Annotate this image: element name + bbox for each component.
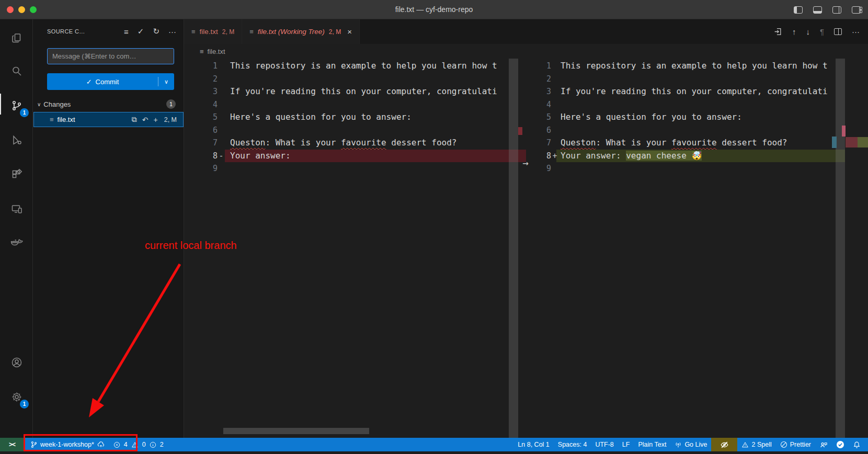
remote-explorer-icon[interactable] bbox=[0, 199, 33, 220]
commit-button[interactable]: ✓ Commit ∨ bbox=[47, 73, 174, 90]
stage-changes-icon[interactable]: + bbox=[154, 116, 158, 124]
window-title: file.txt — cyf-demo-repo bbox=[0, 5, 868, 14]
prettier-button[interactable]: Prettier bbox=[776, 438, 815, 451]
changed-file-name: file.txt bbox=[58, 116, 75, 123]
editor-group: ≡ file.txt 2, M ≡ file.txt (Working Tree… bbox=[184, 19, 868, 438]
changed-file-row[interactable]: ≡ file.txt ⧉ ↶ + 2, M bbox=[33, 112, 184, 127]
file-icon: ≡ bbox=[191, 28, 196, 36]
traffic-lights bbox=[7, 6, 37, 13]
explorer-icon[interactable] bbox=[0, 28, 33, 49]
notifications-button[interactable] bbox=[849, 438, 865, 451]
horizontal-scrollbar[interactable] bbox=[223, 428, 369, 434]
code-line: 2 bbox=[531, 73, 868, 86]
indentation[interactable]: Spaces: 4 bbox=[554, 438, 591, 451]
spell-checker-off-button[interactable] bbox=[711, 438, 737, 451]
changes-section-header[interactable]: ∨ Changes 1 bbox=[33, 97, 184, 111]
broadcast-icon bbox=[675, 441, 682, 448]
code-line: 3If you're reading this on your computer… bbox=[531, 85, 868, 98]
breadcrumb-file: file.txt bbox=[208, 48, 225, 55]
toggle-sidebar-icon[interactable] bbox=[794, 6, 803, 14]
expand-icon: ∨ bbox=[37, 101, 41, 107]
toggle-secondary-sidebar-icon[interactable] bbox=[832, 6, 841, 14]
overview-ruler-mark bbox=[842, 126, 846, 137]
eol-sequence[interactable]: LF bbox=[618, 438, 634, 451]
previous-change-icon[interactable]: ↑ bbox=[792, 27, 796, 36]
warning-icon bbox=[741, 441, 749, 448]
changes-label: Changes bbox=[43, 100, 71, 108]
commit-message-input[interactable] bbox=[47, 48, 174, 64]
check-icon: ✓ bbox=[86, 78, 92, 86]
toggle-panel-icon[interactable] bbox=[813, 6, 822, 14]
code-line: 9 bbox=[184, 162, 526, 175]
open-changes-icon[interactable] bbox=[773, 27, 782, 36]
view-as-list-icon[interactable]: ≡ bbox=[124, 27, 129, 36]
right-scrollbar[interactable] bbox=[836, 59, 845, 438]
editor-more-actions-icon[interactable]: ··· bbox=[852, 27, 860, 36]
diff-revert-arrow[interactable]: → bbox=[519, 156, 532, 169]
code-line: 7Queston: What is your favourite dessert… bbox=[184, 137, 526, 150]
zoom-window-button[interactable] bbox=[30, 6, 37, 13]
tab-problems-badge: 2, M bbox=[329, 28, 341, 36]
code-line: 6 bbox=[531, 124, 868, 137]
settings-gear-icon[interactable]: 1 bbox=[0, 387, 33, 407]
chevron-down-icon: ∨ bbox=[164, 78, 168, 85]
diff-modified-pane[interactable]: 1This repository is an example to help y… bbox=[531, 59, 868, 438]
open-file-icon[interactable]: ⧉ bbox=[132, 115, 137, 124]
search-icon[interactable] bbox=[0, 61, 33, 82]
tab-file-txt-working-tree[interactable]: ≡ file.txt (Working Tree) 2, M × bbox=[242, 19, 360, 44]
extensions-icon[interactable] bbox=[0, 164, 33, 185]
overview-ruler-added-mark bbox=[858, 137, 868, 147]
code-line: 4 bbox=[184, 98, 526, 111]
eye-off-icon bbox=[720, 440, 729, 449]
code-line: 5Here's a question for you to answer: bbox=[531, 111, 868, 124]
file-status-badge: 2, M bbox=[164, 116, 177, 123]
tab-file-txt[interactable]: ≡ file.txt 2, M bbox=[184, 19, 242, 44]
code-line: 4 bbox=[531, 98, 868, 111]
status-check-button[interactable] bbox=[832, 438, 849, 451]
scm-changes-badge: 1 bbox=[20, 108, 29, 117]
slash-circle-icon bbox=[780, 441, 787, 448]
annotation-highlight-box bbox=[24, 434, 138, 451]
code-line: 3If you're reading this on your computer… bbox=[184, 85, 526, 98]
feedback-button[interactable] bbox=[815, 438, 832, 451]
minimize-window-button[interactable] bbox=[18, 6, 25, 13]
refresh-icon[interactable]: ↻ bbox=[153, 27, 159, 36]
info-icon bbox=[150, 441, 156, 448]
split-editor-icon[interactable] bbox=[834, 28, 842, 35]
close-window-button[interactable] bbox=[7, 6, 14, 13]
file-icon: ≡ bbox=[249, 28, 254, 36]
spell-problems-button[interactable]: 2 Spell bbox=[737, 438, 775, 451]
info-count: 2 bbox=[160, 441, 164, 448]
left-scrollbar[interactable] bbox=[509, 59, 518, 438]
source-control-sidebar: SOURCE C… ≡ ✓ ↻ ··· ✓ Commit ∨ ∨ Changes… bbox=[33, 19, 184, 438]
person-feedback-icon bbox=[819, 441, 828, 449]
overview-ruler-deleted-mark bbox=[846, 137, 858, 147]
code-line: 7Queston: What is your favourite dessert… bbox=[531, 137, 868, 150]
sidebar-title: SOURCE C… bbox=[47, 28, 85, 35]
more-actions-icon[interactable]: ··· bbox=[168, 27, 176, 36]
check-circle-icon bbox=[836, 440, 844, 449]
docker-icon[interactable] bbox=[0, 232, 33, 253]
commit-check-icon[interactable]: ✓ bbox=[138, 27, 144, 36]
customize-layout-icon[interactable] bbox=[852, 6, 861, 14]
breadcrumb[interactable]: ≡ file.txt bbox=[184, 44, 868, 59]
commit-button-label: Commit bbox=[96, 78, 119, 86]
source-control-icon[interactable]: 1 bbox=[0, 95, 33, 116]
discard-changes-icon[interactable]: ↶ bbox=[142, 116, 149, 124]
code-line: 2 bbox=[184, 73, 526, 86]
commit-dropdown-button[interactable]: ∨ bbox=[158, 73, 174, 90]
run-debug-icon[interactable] bbox=[0, 130, 33, 151]
encoding[interactable]: UTF-8 bbox=[591, 438, 618, 451]
accounts-icon[interactable] bbox=[0, 352, 33, 373]
language-mode[interactable]: Plain Text bbox=[634, 438, 670, 451]
remote-indicator[interactable]: >< bbox=[0, 438, 24, 451]
close-tab-icon[interactable]: × bbox=[347, 27, 352, 36]
go-live-button[interactable]: Go Live bbox=[670, 438, 711, 451]
changes-count-badge: 1 bbox=[166, 99, 176, 109]
next-change-icon[interactable]: ↓ bbox=[806, 27, 810, 36]
toggle-whitespace-icon[interactable]: ¶ bbox=[820, 27, 824, 36]
overview-ruler-deleted-mark bbox=[518, 127, 522, 135]
code-line: 1This repository is an example to help y… bbox=[184, 60, 526, 73]
cursor-position[interactable]: Ln 8, Col 1 bbox=[513, 438, 553, 451]
vscode-window: file.txt — cyf-demo-repo 1 bbox=[0, 0, 868, 454]
